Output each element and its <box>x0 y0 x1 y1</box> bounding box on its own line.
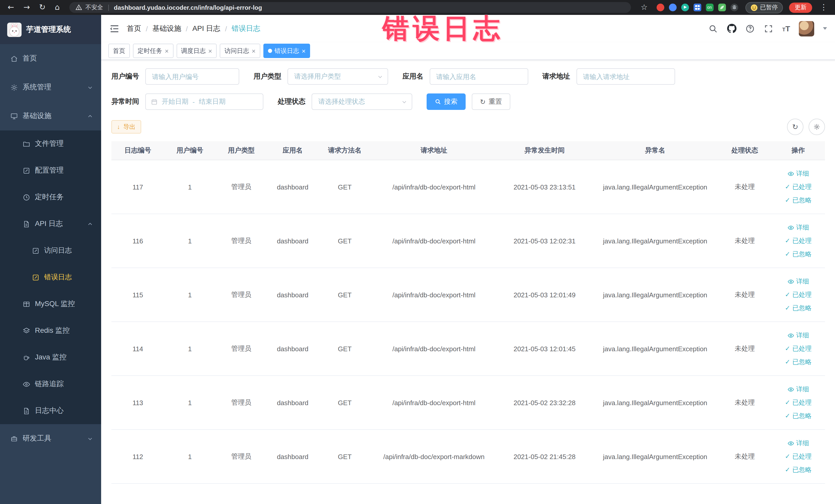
col-log-id: 日志编号 <box>111 141 164 160</box>
col-request-url: 请求地址 <box>371 141 497 160</box>
status-text: 未处理 <box>718 429 772 483</box>
bookmark-star-icon[interactable]: ☆ <box>637 0 651 15</box>
sidebar-item-config-management[interactable]: 配置管理 <box>0 157 101 184</box>
extension-grid-icon[interactable] <box>693 4 701 11</box>
ignored-link[interactable]: ✓已忽略 <box>773 194 823 207</box>
browser-reload-icon[interactable]: ↻ <box>36 0 49 15</box>
breadcrumb-infrastructure[interactable]: 基础设施 <box>152 24 181 33</box>
sidebar-item-infrastructure[interactable]: 基础设施 <box>0 102 101 130</box>
refresh-button[interactable]: ↻ <box>787 119 803 135</box>
ignored-link[interactable]: ✓已忽略 <box>773 247 823 261</box>
update-button[interactable]: 更新 <box>789 2 812 13</box>
browser-forward-icon[interactable]: → <box>20 0 33 15</box>
ignored-link[interactable]: ✓已忽略 <box>773 355 823 369</box>
check-icon: ✓ <box>785 301 790 315</box>
ignored-link[interactable]: ✓已忽略 <box>773 301 823 315</box>
sidebar-item-home[interactable]: 首页 <box>0 44 101 73</box>
user-type-label: 用户类型 <box>253 72 281 81</box>
tag-scheduled-tasks[interactable]: 定时任务× <box>133 44 173 58</box>
processed-link[interactable]: ✓已处理 <box>773 288 823 301</box>
user-id-input[interactable] <box>145 68 239 85</box>
refresh-icon: ↻ <box>480 98 486 105</box>
calendar-icon <box>151 98 158 105</box>
sidebar-item-access-log[interactable]: 访问日志 <box>0 237 101 264</box>
close-icon[interactable]: × <box>208 47 212 54</box>
search-icon[interactable] <box>708 24 718 33</box>
tag-error-log[interactable]: 错误日志× <box>263 44 310 58</box>
hamburger-collapse-icon[interactable] <box>109 23 120 34</box>
fullscreen-icon[interactable] <box>763 24 773 33</box>
col-actions: 操作 <box>771 141 825 160</box>
tag-access-log[interactable]: 访问日志× <box>220 44 260 58</box>
detail-link[interactable]: 详细 <box>773 329 823 342</box>
table-row: 115 1 管理员 dashboard GET /api/infra/db-do… <box>111 268 825 322</box>
extension-leaf-icon[interactable] <box>718 4 726 11</box>
sidebar-item-error-log[interactable]: 错误日志 <box>0 264 101 291</box>
col-user-type: 用户类型 <box>216 141 267 160</box>
tag-dispatch-log[interactable]: 调度日志× <box>176 44 217 58</box>
detail-link[interactable]: 详细 <box>773 167 823 180</box>
detail-link[interactable]: 详细 <box>773 437 823 450</box>
ignored-link[interactable]: ✓已忽略 <box>773 463 823 477</box>
sidebar-item-api-logs[interactable]: API 日志 <box>0 210 101 237</box>
sidebar-item-link-tracing[interactable]: 链路追踪 <box>0 371 101 398</box>
font-size-icon[interactable]: TT <box>782 24 790 33</box>
browser-kebab-menu-icon[interactable]: ⋮ <box>816 0 831 15</box>
document-icon <box>23 220 30 228</box>
sidebar-item-file-management[interactable]: 文件管理 <box>0 130 101 157</box>
extension-paw-icon[interactable] <box>730 4 738 11</box>
sidebar-item-dev-tools[interactable]: 研发工具 <box>0 424 101 453</box>
detail-link[interactable]: 详细 <box>773 275 823 288</box>
col-exception-time: 异常发生时间 <box>497 141 592 160</box>
sidebar-item-log-center[interactable]: 日志中心 <box>0 398 101 424</box>
extension-on-switch-icon[interactable]: on <box>706 4 713 11</box>
extensions-area: on <box>653 4 741 11</box>
browser-back-icon[interactable]: ← <box>4 0 18 15</box>
paused-badge[interactable]: 已暂停 <box>745 2 783 13</box>
extension-play-icon[interactable] <box>681 4 689 11</box>
breadcrumb-home[interactable]: 首页 <box>127 24 141 33</box>
sidebar-item-redis-monitor[interactable]: Redis 监控 <box>0 317 101 344</box>
user-type-select[interactable]: 请选择用户类型 <box>287 68 388 85</box>
close-icon[interactable]: × <box>302 47 306 54</box>
search-button[interactable]: 搜索 <box>427 94 466 110</box>
start-date-placeholder: 开始日期 <box>162 97 188 106</box>
col-method: 请求方法名 <box>318 141 371 160</box>
process-status-select[interactable]: 请选择处理状态 <box>312 94 412 110</box>
column-settings-button[interactable] <box>809 119 825 135</box>
extension-record-icon[interactable] <box>656 4 664 11</box>
breadcrumb-api-logs[interactable]: API 日志 <box>192 24 221 33</box>
eye-icon <box>788 332 794 339</box>
sidebar-item-scheduled-tasks[interactable]: 定时任务 <box>0 184 101 210</box>
processed-link[interactable]: ✓已处理 <box>773 342 823 355</box>
reset-button[interactable]: ↻ 重置 <box>472 94 510 110</box>
detail-link[interactable]: 详细 <box>773 221 823 234</box>
logo[interactable]: 芋道管理系统 <box>0 15 101 44</box>
export-button[interactable]: ↓ 导出 <box>111 120 141 134</box>
browser-home-icon[interactable]: ⌂ <box>51 0 63 15</box>
ignored-link[interactable]: ✓已忽略 <box>773 409 823 423</box>
exception-time-range-picker[interactable]: 开始日期 - 结束日期 <box>145 94 263 110</box>
sidebar-item-mysql-monitor[interactable]: MySQL 监控 <box>0 291 101 317</box>
app-name-input[interactable] <box>429 68 528 85</box>
sidebar-item-system-management[interactable]: 系统管理 <box>0 73 101 102</box>
exception-time-label: 异常时间 <box>111 97 139 106</box>
close-icon[interactable]: × <box>165 47 169 54</box>
processed-link[interactable]: ✓已处理 <box>773 450 823 463</box>
tag-home[interactable]: 首页 <box>108 44 130 58</box>
processed-link[interactable]: ✓已处理 <box>773 396 823 409</box>
request-url-input[interactable] <box>576 68 675 85</box>
chevron-down-icon <box>87 436 93 441</box>
extension-drop-icon[interactable] <box>669 4 676 11</box>
processed-link[interactable]: ✓已处理 <box>773 180 823 194</box>
processed-link[interactable]: ✓已处理 <box>773 234 823 247</box>
user-avatar[interactable] <box>799 21 814 36</box>
address-bar[interactable]: 不安全 dashboard.yudao.iocoder.cn/infra/log… <box>69 2 631 13</box>
github-icon[interactable] <box>727 24 736 33</box>
avatar-caret-icon[interactable] <box>823 27 827 30</box>
detail-link[interactable]: 详细 <box>773 383 823 396</box>
table-toolbar: ↓ 导出 ↻ <box>111 119 825 135</box>
help-icon[interactable] <box>745 24 755 33</box>
sidebar-item-java-monitor[interactable]: Java 监控 <box>0 344 101 371</box>
close-icon[interactable]: × <box>251 47 256 54</box>
